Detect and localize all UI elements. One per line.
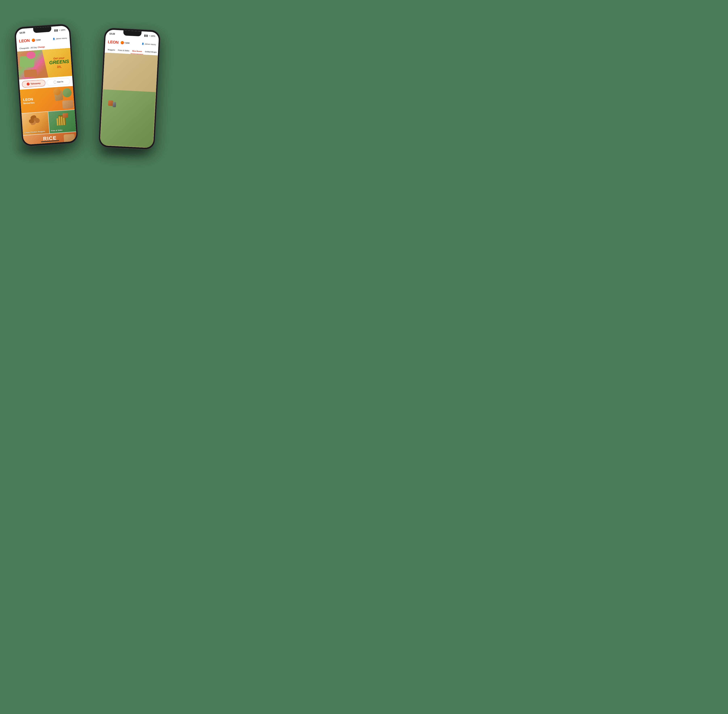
leon-logo-right: LEON (108, 39, 118, 45)
phone-left-screen: 12:23 ▌▌▌ ≈ 100% LEON 7,034 👤 Jahren sta… (16, 26, 77, 145)
notch-right (123, 30, 141, 36)
fries-visual (54, 112, 70, 126)
tab-fries-sides[interactable]: Fries & Sides (116, 47, 131, 54)
meal-deal-drink (112, 102, 116, 107)
scroll-content-left: Get your GREENS in. ✓ Takeaway Eat In (17, 48, 77, 145)
time-left: 12:23 (19, 31, 25, 34)
favourites-banner[interactable]: LEON favourites (20, 86, 75, 113)
header-points-right: 7,034 (121, 41, 129, 45)
meal-deal-box (108, 100, 113, 106)
points-dot-right (121, 41, 124, 44)
signal-icon-left: ▌▌▌ (54, 29, 58, 32)
hero-line2: GREENS (49, 59, 69, 65)
user-icon-right: 👤 (142, 43, 144, 45)
get-item-img (109, 86, 117, 93)
location-text: Cheapside - All Day (19, 46, 37, 50)
header-points-left: 7,034 (32, 38, 41, 42)
meal-deal-img-container (108, 100, 116, 107)
change-link[interactable]: Change (37, 45, 45, 48)
takeaway-button[interactable]: ✓ Takeaway (22, 80, 45, 88)
hero-banner: Get your GREENS in. (17, 48, 72, 80)
nuggets-visual (28, 115, 42, 127)
user-name-right: Jahren stacey (145, 43, 156, 45)
eatin-button[interactable]: Eat In (46, 78, 70, 86)
fries-category[interactable]: Fries & Sides (48, 110, 76, 133)
add-side-modal: Add a side & a drink? ✕ Get item only (105, 75, 154, 113)
phone-left-shadow (16, 146, 67, 153)
hero-food-image (17, 50, 48, 80)
phone-right-screen: 12:23 ▌▌▌ ≈ 100% LEON 7,034 👤 Jahren sta… (100, 30, 159, 148)
wifi-icon-left: ≈ (59, 29, 60, 31)
points-value-left: 7,034 (36, 39, 40, 41)
status-icons-right: ▌▌▌ ≈ 100% (144, 34, 155, 37)
fries-label: Fries & Sides (51, 129, 63, 132)
takeaway-label: Takeaway (30, 82, 41, 85)
points-value-right: 7,034 (124, 42, 129, 44)
points-dot-left (32, 39, 35, 42)
get-item-option[interactable]: Get item only £7.69 › (108, 84, 150, 96)
time-right: 12:23 (109, 32, 115, 35)
status-icons-left: ▌▌▌ ≈ 100% (54, 28, 65, 32)
phone-right: 12:23 ▌▌▌ ≈ 100% LEON 7,034 👤 Jahren sta… (98, 27, 160, 150)
rice-visual (64, 134, 75, 145)
header-user-right: 👤 Jahren stacey (142, 43, 156, 46)
fav-text: LEON favourites (23, 97, 35, 105)
tab-rice-boxes[interactable]: Rice Boxes (130, 48, 144, 54)
right-content: Adults need around 2000 kcal / day Chick… (100, 53, 158, 148)
nuggets-category[interactable]: Crispy Chicken Nuggets (21, 112, 49, 135)
category-grid: Crispy Chicken Nuggets Fries & Sides (21, 110, 76, 135)
nuggets-label: Crispy Chicken Nuggets (24, 130, 45, 134)
takeaway-check: ✓ (27, 82, 30, 86)
wifi-icon-right: ≈ (149, 35, 150, 37)
phone-left: 12:23 ▌▌▌ ≈ 100% LEON 7,034 👤 Jahren sta… (14, 24, 78, 147)
battery-icon-left: 100% (61, 28, 65, 31)
hero-text: Get your GREENS in. (49, 56, 69, 69)
scene: 12:23 ▌▌▌ ≈ 100% LEON 7,034 👤 Jahren sta… (0, 0, 182, 178)
eatin-label: Eat In (57, 80, 63, 83)
fav-subtitle: favourites (23, 101, 34, 105)
signal-icon-right: ▌▌▌ (144, 34, 148, 37)
eatin-radio (54, 81, 57, 84)
battery-icon-right: 100% (151, 35, 155, 37)
leon-logo-left: LEON (19, 38, 30, 44)
user-name-left: Jahren stacey (56, 37, 67, 40)
user-icon-left: 👤 (53, 38, 55, 40)
fav-food (38, 86, 75, 112)
tab-nuggets[interactable]: Nuggets (106, 46, 117, 53)
tab-grilled-wraps[interactable]: Grilled Wraps (143, 48, 158, 55)
modal-overlay: Add a side & a drink? ✕ Get item only (100, 53, 158, 148)
header-user-left: 👤 Jahren stacey (53, 37, 67, 40)
